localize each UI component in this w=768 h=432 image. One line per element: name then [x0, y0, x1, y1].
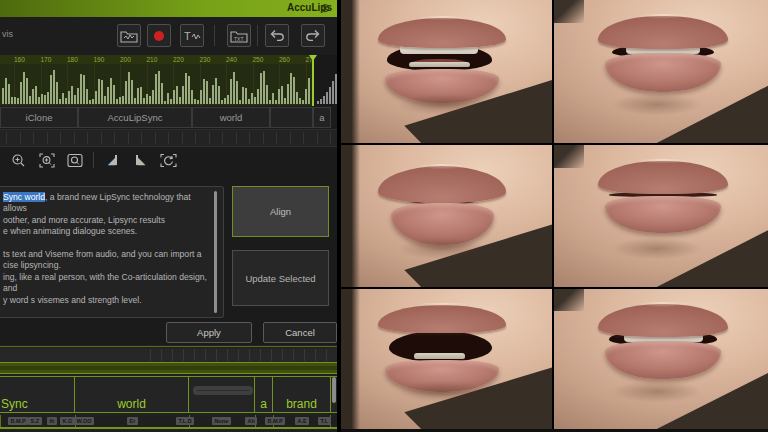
description-scrollbar[interactable] — [214, 191, 217, 313]
word-segment[interactable]: world — [75, 377, 189, 412]
ruler-tick: 210 — [147, 56, 158, 63]
background-edge — [341, 0, 360, 143]
word-tab[interactable]: a — [313, 107, 331, 128]
word-segment[interactable]: brand — [273, 377, 331, 412]
viseme-badge[interactable]: W.OO — [74, 417, 94, 425]
viseme-badge[interactable]: Ih — [47, 417, 57, 425]
zoom-fit-icon — [67, 153, 83, 168]
align-next-button[interactable]: ◣ — [131, 151, 150, 170]
description-line: y word s visemes and strength level. — [3, 295, 211, 306]
cancel-button[interactable]: Cancel — [263, 322, 337, 343]
description-line: cise lipsyncing. — [3, 260, 211, 271]
viseme-badge[interactable]: Ah — [245, 417, 257, 425]
audio-waveform[interactable]: 160170180190200210220230240250260270 — [0, 55, 337, 106]
description-text: Sync world, a brand new LipSync technolo… — [3, 192, 211, 318]
word-track[interactable]: Syncworldabrand — [0, 376, 337, 413]
ruler-tick: 220 — [173, 56, 184, 63]
word-segment-label: brand — [273, 397, 330, 411]
background-corner — [554, 145, 584, 168]
description-line: ary with 200,000 default words, and you … — [3, 317, 211, 318]
lips — [593, 297, 734, 384]
view-toolbar: ◢ ◣ — [0, 147, 337, 173]
mouth-preview-lips-closed — [554, 145, 768, 287]
word-segment[interactable]: a — [255, 377, 273, 412]
toolbar-separator — [214, 25, 215, 46]
viseme-track[interactable]: B.M.PS.ZIhK.GW.OOErT.L.DNoneAhB.M.PA.ET.… — [0, 415, 337, 427]
description-line — [3, 306, 211, 317]
description-line — [3, 238, 211, 249]
description-line: ts text and Viseme from audio, and you c… — [3, 249, 211, 260]
folder-waveform-icon — [120, 29, 138, 43]
ruler-tick: 160 — [14, 56, 25, 63]
timeline-range-slider[interactable] — [0, 362, 337, 374]
ruler-tick: 250 — [253, 56, 264, 63]
upper-lip — [378, 166, 506, 203]
lower-teeth — [409, 62, 470, 67]
view-toolbar-separator — [93, 152, 94, 168]
word-segment-label: a — [255, 397, 272, 411]
viseme-badge[interactable]: K.G — [60, 417, 75, 425]
chin-shadow — [379, 89, 506, 120]
align-button[interactable]: Align — [232, 186, 329, 237]
timeline-header-row — [0, 348, 337, 362]
apply-button[interactable]: Apply — [166, 322, 252, 343]
import-script-button[interactable]: TXT — [227, 24, 251, 47]
align-next-icon: ◣ — [138, 155, 146, 166]
loop-button[interactable] — [159, 151, 178, 170]
ruler-tick: 200 — [120, 56, 131, 63]
acculips-panel: AccuLips ⊗ vis T — [0, 0, 337, 432]
viseme-badge[interactable]: T.L — [318, 417, 331, 425]
update-selected-button[interactable]: Update Selected — [232, 250, 329, 306]
viseme-badge[interactable]: S.Z — [28, 417, 42, 425]
bottom-timeline: Syncworldabrand B.M.PS.ZIhK.GW.OOErT.L.D… — [0, 345, 337, 432]
mouth-preview-slightly-open-teeth — [554, 289, 768, 429]
timeline-clip-bar[interactable] — [193, 386, 253, 395]
title-bar[interactable]: AccuLips ⊗ — [0, 0, 337, 17]
background-corner — [554, 289, 584, 311]
ruler-tick: 240 — [226, 56, 237, 63]
close-icon[interactable]: ⊗ — [320, 1, 330, 15]
lips — [593, 154, 734, 242]
zoom-selection-button[interactable] — [37, 151, 56, 170]
viseme-badge[interactable]: None — [212, 417, 231, 425]
svg-text:TXT: TXT — [234, 35, 243, 41]
align-prev-button[interactable]: ◢ — [103, 151, 122, 170]
redo-button[interactable] — [301, 24, 325, 47]
viseme-badge[interactable]: T.L.D — [176, 417, 194, 425]
main-toolbar: vis T TXT — [0, 17, 337, 56]
word-segment[interactable]: Sync — [0, 377, 75, 412]
undo-button[interactable] — [265, 24, 289, 47]
record-button[interactable] — [147, 24, 171, 47]
background-edge — [341, 145, 360, 287]
word-tab[interactable]: AccuLipSync — [78, 107, 192, 128]
ruler-tick: 230 — [200, 56, 211, 63]
description-line: oother, and more accurate, Lipsync resul… — [3, 215, 211, 226]
viseme-badge[interactable]: Er — [127, 417, 138, 425]
align-prev-icon: ◢ — [108, 155, 116, 166]
toolbar-separator — [257, 25, 258, 46]
timeline-scrollbar[interactable] — [332, 377, 336, 403]
viseme-badge[interactable]: B.M.P — [265, 417, 285, 425]
word-tab[interactable] — [270, 107, 313, 128]
import-audio-button[interactable] — [117, 24, 141, 47]
time-ruler[interactable]: 160170180190200210220230240250260270 — [0, 55, 337, 64]
text-to-speech-button[interactable]: T — [180, 24, 204, 47]
zoom-fit-button[interactable] — [65, 151, 84, 170]
svg-text:T: T — [184, 30, 191, 42]
word-tab[interactable]: iClone — [0, 107, 78, 128]
viseme-badge[interactable]: A.E — [295, 417, 309, 425]
word-segment-row: iCloneAccuLipSyncworlda — [0, 107, 337, 128]
viseme-strip[interactable] — [0, 129, 337, 147]
ruler-tick: 180 — [67, 56, 78, 63]
description-panel[interactable]: Sync world, a brand new LipSync technolo… — [0, 186, 224, 318]
viseme-badge[interactable]: B.M.P — [8, 417, 28, 425]
word-tab[interactable]: world — [192, 107, 270, 128]
upper-lip — [598, 304, 728, 337]
zoom-in-button[interactable] — [9, 151, 28, 170]
ruler-tick: 190 — [94, 56, 105, 63]
background-corner — [554, 0, 584, 23]
timeline-bottom-rule — [0, 427, 337, 429]
playhead[interactable] — [312, 55, 314, 106]
mouth-preview-pursed-small-opening — [341, 145, 552, 287]
lips — [593, 9, 734, 98]
